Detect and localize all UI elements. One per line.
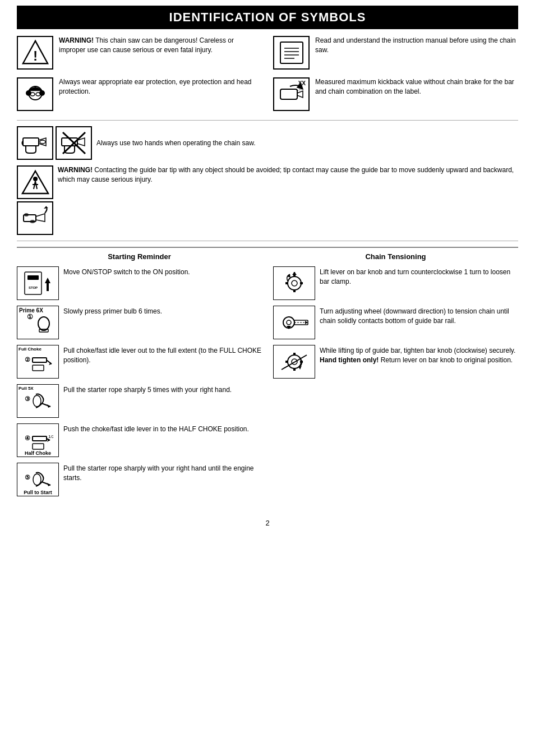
svg-rect-2 xyxy=(280,42,303,63)
step-6-desc: Pull the starter rope sharply with your … xyxy=(63,464,254,482)
two-hands-icon-1 xyxy=(17,126,53,160)
symbols-section: ! WARNING! This chain saw can be dangero… xyxy=(17,36,518,121)
svg-rect-55 xyxy=(293,289,296,292)
ct-step-2-text: Turn adjusting wheel (downward direction… xyxy=(320,306,518,326)
svg-point-24 xyxy=(30,220,35,223)
kickback-desc: Measured maximum kickback value without … xyxy=(315,78,514,95)
svg-text:⑤: ⑤ xyxy=(25,474,30,481)
svg-text:③: ③ xyxy=(25,395,30,402)
step-5-text: Push the choke/fast idle lever in to the… xyxy=(63,423,249,434)
warning2-saw-icon xyxy=(17,201,53,235)
ct-step-1-text: Lift lever on bar knob and turn counterc… xyxy=(320,266,518,287)
read-manual-desc: Read and understand the instruction manu… xyxy=(315,36,516,54)
step-1-text: Move ON/STOP switch to the ON position. xyxy=(63,266,190,277)
ct-step-1-desc: Lift lever on bar knob and turn counterc… xyxy=(320,268,510,285)
svg-marker-30 xyxy=(45,278,50,283)
page-number: 2 xyxy=(17,519,518,527)
chain-tensioning-column: Chain Tensioning xyxy=(273,252,518,502)
svg-point-62 xyxy=(287,320,291,325)
kickback-icon: XX xyxy=(273,77,310,111)
starting-reminder-title: Starting Reminder xyxy=(17,252,262,261)
starting-reminder-column: Starting Reminder ON STOP xyxy=(17,252,262,502)
step-4-desc: Pull the starter rope sharply 5 times wi… xyxy=(63,386,232,394)
page-title: IDENTIFICATION OF SYMBOLS xyxy=(17,10,518,25)
step-5-icon: Half Choke ④ 1/2 xyxy=(17,423,59,457)
step-3-desc: Pull choke/fast idle lever out to the fu… xyxy=(63,347,261,364)
ct-step-1-icon xyxy=(273,266,315,300)
two-hands-icons xyxy=(17,126,92,160)
ct-step-2-row: Turn adjusting wheel (downward direction… xyxy=(273,306,518,339)
svg-rect-31 xyxy=(47,283,49,291)
step-2-row: Prime 6X ① Slowly press primer bulb 6 ti… xyxy=(17,306,262,339)
svg-text:①: ① xyxy=(27,313,33,321)
step-5-bottomlabel: Half Choke xyxy=(17,450,58,456)
step-6-icon: Pull to Start ⑤ xyxy=(17,463,59,496)
step-4-row: Pull 5X ③ Pull the starter rope sharply … xyxy=(17,384,262,418)
svg-point-21 xyxy=(33,177,38,181)
step-4-text: Pull the starter rope sharply 5 times wi… xyxy=(63,384,232,395)
ct-step-3-text: While lifting tip of guide bar, tighten … xyxy=(320,345,518,365)
warning2-icons xyxy=(17,165,53,235)
page: IDENTIFICATION OF SYMBOLS ! WARNING! Thi… xyxy=(0,0,535,756)
bottom-section: Starting Reminder ON STOP xyxy=(17,252,518,502)
chain-tensioning-title: Chain Tensioning xyxy=(273,252,518,261)
step-4-icon: Pull 5X ③ xyxy=(17,384,59,418)
step-1-desc: Move ON/STOP switch to the ON position. xyxy=(63,268,190,276)
svg-rect-36 xyxy=(33,358,47,362)
svg-point-23 xyxy=(24,213,29,216)
step-3-icon: Full Choke ② xyxy=(17,345,59,379)
ear-protection-row: Always wear appropriate ear protection, … xyxy=(17,77,262,111)
read-manual-icon xyxy=(273,36,310,70)
ct-step-3-icon xyxy=(273,345,315,379)
warning2-text: WARNING! Contacting the guide bar tip wi… xyxy=(58,165,518,185)
svg-text:②: ② xyxy=(25,356,30,363)
step-1-icon: ON STOP xyxy=(17,266,59,300)
read-manual-text: Read and understand the instruction manu… xyxy=(315,36,518,55)
step-6-row: Pull to Start ⑤ Pull the starter rope sh… xyxy=(17,463,262,496)
svg-rect-69 xyxy=(293,353,296,356)
step-6-bottomlabel: Pull to Start xyxy=(17,490,58,495)
ear-protection-icon xyxy=(17,77,53,111)
ct-step-3-bold: Hand tighten only! xyxy=(320,356,379,364)
svg-text:STOP: STOP xyxy=(29,286,38,289)
warning-row-2: WARNING! Contacting the guide bar tip wi… xyxy=(17,165,518,241)
warning2-label: WARNING! xyxy=(58,166,93,174)
ct-step-2-icon xyxy=(273,306,315,339)
ct-step-2-desc: Turn adjusting wheel (downward direction… xyxy=(320,307,509,325)
ear-protection-desc: Always wear appropriate ear protection, … xyxy=(59,78,252,95)
step-3-text: Pull choke/fast idle lever out to the fu… xyxy=(63,345,262,365)
two-hands-row: Always use two hands when operating the … xyxy=(17,126,518,160)
step-5-desc: Push the choke/fast idle lever in to the… xyxy=(63,425,249,433)
svg-rect-39 xyxy=(33,365,44,371)
svg-point-16 xyxy=(40,140,45,144)
step-2-desc: Slowly press primer bulb 6 times. xyxy=(63,307,162,315)
ear-protection-text: Always wear appropriate ear protection, … xyxy=(59,77,262,96)
divider xyxy=(17,247,518,248)
kickback-text: Measured maximum kickback value without … xyxy=(315,77,518,96)
svg-rect-15 xyxy=(23,138,39,146)
two-hands-text: Always use two hands when operating the … xyxy=(96,139,256,148)
two-hands-desc: Always use two hands when operating the … xyxy=(96,139,256,147)
svg-point-53 xyxy=(292,280,297,286)
step-6-text: Pull the starter rope sharply with your … xyxy=(63,463,262,483)
svg-marker-25 xyxy=(44,206,48,209)
svg-rect-44 xyxy=(33,436,47,441)
ct-step-1-row: Lift lever on bar knob and turn counterc… xyxy=(273,266,518,300)
svg-rect-48 xyxy=(33,444,44,449)
step-2-label: Prime 6X xyxy=(19,307,43,314)
svg-text:④: ④ xyxy=(25,435,30,441)
svg-point-33 xyxy=(38,317,49,330)
step-2-text: Slowly press primer bulb 6 times. xyxy=(63,306,162,316)
step-3-toplabel: Full Choke xyxy=(19,347,41,352)
svg-line-14 xyxy=(297,89,303,91)
warning2-triangle-icon xyxy=(17,165,53,199)
kickback-row: XX Measured maximum kickback value witho… xyxy=(273,77,518,111)
svg-rect-13 xyxy=(280,89,297,99)
svg-point-42 xyxy=(33,395,41,407)
svg-marker-59 xyxy=(292,272,297,275)
warning-text-1: WARNING! This chain saw can be dangerous… xyxy=(59,36,262,55)
warning-label-1: WARNING! xyxy=(59,36,94,44)
svg-rect-56 xyxy=(300,282,303,284)
svg-rect-29 xyxy=(27,275,39,280)
svg-rect-70 xyxy=(293,368,296,371)
